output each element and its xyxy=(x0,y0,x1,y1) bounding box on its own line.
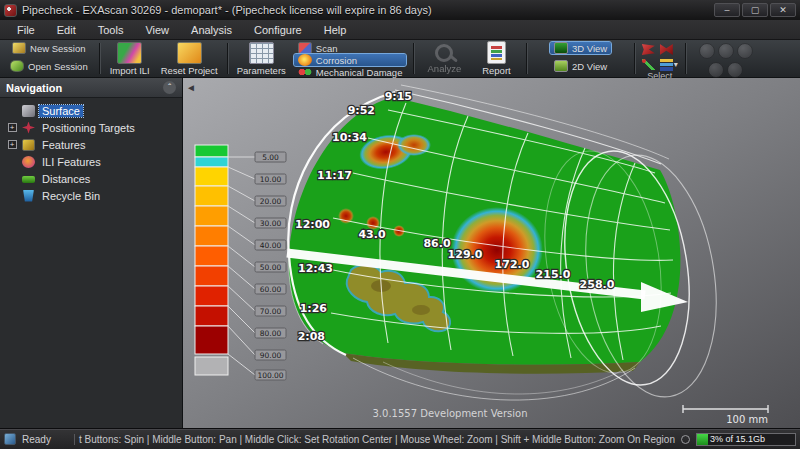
edit-area-tool-icon[interactable] xyxy=(718,43,734,59)
analysis-group: Analyze Report xyxy=(417,42,523,75)
view-3d-button[interactable]: 3D View xyxy=(550,42,611,54)
clock-label: 9:52 xyxy=(348,104,375,117)
tree-item-surface[interactable]: Surface xyxy=(6,102,182,119)
mechanical-damage-button[interactable]: Mechanical Damage xyxy=(294,66,407,78)
menu-edit[interactable]: Edit xyxy=(46,22,87,38)
parameters-icon xyxy=(249,42,274,64)
axial-label: 172.0 xyxy=(495,258,530,271)
edit-area-tool-icon[interactable] xyxy=(699,43,715,59)
tree-item-distances[interactable]: Distances xyxy=(6,170,182,187)
report-button[interactable]: Report xyxy=(473,41,519,76)
viewport-canvas[interactable]: 9:15 9:52 10:34 11:17 12:00 12:43 1:26 2… xyxy=(183,78,800,428)
status-bar: Ready t Buttons: Spin | Middle Button: P… xyxy=(0,428,800,449)
edit-area-tool-icon[interactable] xyxy=(737,43,753,59)
memory-progress-text: 3% of 15.1Gb xyxy=(708,434,765,444)
report-icon xyxy=(487,41,506,64)
panel-collapse-icon[interactable]: ◄ xyxy=(186,82,196,93)
select-layers-button[interactable]: ▾ xyxy=(660,59,678,71)
tree-item-features[interactable]: + Features xyxy=(6,136,182,153)
toolbar: New Session Open Session Save Session Im… xyxy=(0,40,800,78)
svg-text:70.00: 70.00 xyxy=(260,307,282,316)
import-ili-icon xyxy=(117,42,142,64)
clock-label: 1:26 xyxy=(300,302,328,315)
new-session-button[interactable]: New Session xyxy=(8,42,89,54)
axial-label: 129.0 xyxy=(448,248,483,261)
close-button[interactable]: ✕ xyxy=(770,3,796,17)
clock-label: 12:43 xyxy=(298,262,333,275)
clock-label: 2:08 xyxy=(298,330,325,343)
edit-area-tool-icon[interactable] xyxy=(708,62,724,78)
ili-features-icon xyxy=(22,156,35,168)
svg-text:100.00: 100.00 xyxy=(257,371,283,380)
svg-text:20.00: 20.00 xyxy=(260,197,282,206)
tree-item-positioning-targets[interactable]: + Positioning Targets xyxy=(6,119,182,136)
axial-label: 215.0 xyxy=(536,268,571,281)
status-ready-text: Ready xyxy=(22,434,68,445)
corrosion-blob[interactable] xyxy=(397,134,431,156)
select-group: ▾ Select xyxy=(638,42,682,75)
app-window: Pipecheck - EXAscan 30269 - demopart* - … xyxy=(0,0,800,449)
distances-icon xyxy=(22,176,35,183)
navigation-collapse-icon[interactable]: ˆ xyxy=(163,81,176,94)
menu-tools[interactable]: Tools xyxy=(87,22,135,38)
reset-project-button[interactable]: Reset Project xyxy=(159,42,220,76)
maximize-button[interactable]: ▢ xyxy=(742,3,768,17)
svg-text:10.00: 10.00 xyxy=(260,175,282,184)
toolbar-separator xyxy=(634,43,635,74)
menu-analysis[interactable]: Analysis xyxy=(180,22,243,38)
mechanical-damage-icon xyxy=(298,66,312,78)
axial-label: 43.0 xyxy=(358,228,385,241)
deselect-feature-icon[interactable] xyxy=(660,44,673,55)
svg-text:50.00: 50.00 xyxy=(260,263,282,272)
session-group: New Session Open Session Save Session xyxy=(2,42,96,75)
dropdown-arrow-icon: ▾ xyxy=(674,60,678,69)
minimize-button[interactable]: – xyxy=(714,3,740,17)
tree-item-ili-features[interactable]: ILI Features xyxy=(6,153,182,170)
svg-text:60.00: 60.00 xyxy=(260,285,282,294)
reset-project-icon xyxy=(177,42,202,64)
clock-label: 11:17 xyxy=(317,169,352,182)
select-line-icon[interactable] xyxy=(642,59,655,70)
expand-icon[interactable]: + xyxy=(8,123,17,132)
menu-file[interactable]: File xyxy=(6,22,46,38)
svg-text:90.00: 90.00 xyxy=(260,351,282,360)
scan-icon xyxy=(298,42,312,54)
feature-mode-group: Parameters Scan Corrosion Mechanical Dam… xyxy=(231,42,411,75)
expand-icon[interactable]: + xyxy=(8,140,17,149)
viewport-3d[interactable]: 9:15 9:52 10:34 11:17 12:00 12:43 1:26 2… xyxy=(183,78,800,428)
edit-area-tool-icon[interactable] xyxy=(727,62,743,78)
window-title: Pipecheck - EXAscan 30269 - demopart* - … xyxy=(22,4,714,16)
select-feature-icon[interactable] xyxy=(642,44,655,55)
features-icon xyxy=(22,139,35,151)
open-session-button[interactable]: Open Session xyxy=(6,60,92,72)
navigation-title: Navigation xyxy=(6,82,163,94)
corrosion-shallow-patch xyxy=(412,305,430,315)
navigation-panel: Navigation ˆ Surface + Positioning Targe… xyxy=(0,78,183,428)
menu-help[interactable]: Help xyxy=(313,22,358,38)
menu-view[interactable]: View xyxy=(134,22,180,38)
analyze-button[interactable]: Analyze xyxy=(421,44,467,74)
view-2d-icon xyxy=(554,60,568,72)
scale-bar-label: 100 mm xyxy=(726,414,768,425)
memory-progress-fill xyxy=(697,434,708,445)
parameters-button[interactable]: Parameters xyxy=(235,42,288,76)
svg-text:30.00: 30.00 xyxy=(260,219,282,228)
tree-item-recycle-bin[interactable]: Recycle Bin xyxy=(6,187,182,204)
clock-label: 10:34 xyxy=(332,131,367,144)
import-ili-button[interactable]: Import ILI xyxy=(107,42,153,76)
new-session-icon xyxy=(12,42,26,54)
title-bar: Pipecheck - EXAscan 30269 - demopart* - … xyxy=(0,0,800,20)
corrosion-button[interactable]: Corrosion xyxy=(294,54,407,66)
recycle-bin-icon xyxy=(22,190,35,202)
scan-button[interactable]: Scan xyxy=(294,42,407,54)
clock-label: 9:15 xyxy=(385,90,412,103)
toolbar-separator xyxy=(227,43,228,74)
view-group: 3D View 2D View Combined View xyxy=(530,42,630,75)
menu-configure[interactable]: Configure xyxy=(243,22,313,38)
positioning-targets-icon xyxy=(22,122,35,134)
app-icon xyxy=(4,4,17,17)
view-2d-button[interactable]: 2D View xyxy=(550,60,611,72)
version-text: 3.0.1557 Development Version xyxy=(373,408,528,419)
edit-area-group: Edit Area xyxy=(689,42,763,75)
navigation-header: Navigation ˆ xyxy=(0,78,182,98)
